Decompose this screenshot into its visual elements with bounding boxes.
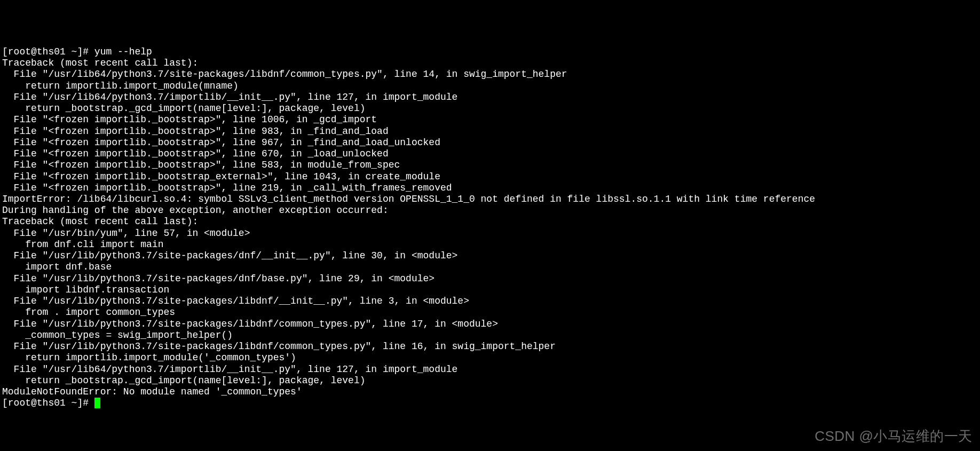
terminal-line: from . import common_types <box>2 307 978 318</box>
terminal-line: File "/usr/lib/python3.7/site-packages/l… <box>2 296 978 307</box>
terminal-line: File "<frozen importlib._bootstrap>", li… <box>2 114 978 125</box>
terminal-line: File "<frozen importlib._bootstrap>", li… <box>2 160 978 171</box>
terminal-line: File "<frozen importlib._bootstrap>", li… <box>2 148 978 160</box>
terminal-line: from dnf.cli import main <box>2 239 978 250</box>
terminal-line: ModuleNotFoundError: No module named '_c… <box>2 386 978 398</box>
terminal-line: File "<frozen importlib._bootstrap>", li… <box>2 137 978 148</box>
terminal-line: import libdnf.transaction <box>2 284 978 296</box>
prompt-text: [root@ths01 ~]# <box>2 398 94 408</box>
terminal-line: return _bootstrap._gcd_import(name[level… <box>2 375 978 386</box>
terminal-line: File "/usr/lib/python3.7/site-packages/l… <box>2 319 978 330</box>
terminal-line: File "/usr/lib64/python3.7/importlib/__i… <box>2 364 978 375</box>
terminal-line: File "/usr/lib/python3.7/site-packages/l… <box>2 341 978 352</box>
terminal-line: During handling of the above exception, … <box>2 205 978 216</box>
terminal-line: Traceback (most recent call last): <box>2 58 978 69</box>
terminal-line: return importlib.import_module(mname) <box>2 81 978 92</box>
terminal-line: ImportError: /lib64/libcurl.so.4: symbol… <box>2 194 978 205</box>
terminal-line: File "<frozen importlib._bootstrap>", li… <box>2 183 978 194</box>
terminal-line: File "/usr/lib64/python3.7/site-packages… <box>2 69 978 80</box>
terminal-line: Traceback (most recent call last): <box>2 216 978 227</box>
terminal-line: return importlib.import_module('_common_… <box>2 352 978 363</box>
watermark-text: CSDN @小马运维的一天 <box>815 428 973 445</box>
terminal-line: import dnf.base <box>2 262 978 273</box>
terminal-prompt[interactable]: [root@ths01 ~]# <box>2 398 978 409</box>
terminal-line: return _bootstrap._gcd_import(name[level… <box>2 103 978 114</box>
terminal-line: File "<frozen importlib._bootstrap_exter… <box>2 171 978 183</box>
terminal-line: File "/usr/lib64/python3.7/importlib/__i… <box>2 92 978 103</box>
terminal-line: File "/usr/lib/python3.7/site-packages/d… <box>2 250 978 262</box>
terminal-line: [root@ths01 ~]# yum --help <box>2 46 978 58</box>
terminal-line: File "/usr/bin/yum", line 57, in <module… <box>2 228 978 239</box>
terminal-line: File "<frozen importlib._bootstrap>", li… <box>2 126 978 137</box>
terminal-line: _common_types = swig_import_helper() <box>2 330 978 341</box>
terminal-output[interactable]: [root@ths01 ~]# yum --helpTraceback (mos… <box>2 46 978 409</box>
terminal-line: File "/usr/lib/python3.7/site-packages/d… <box>2 273 978 284</box>
cursor-icon <box>94 398 100 408</box>
